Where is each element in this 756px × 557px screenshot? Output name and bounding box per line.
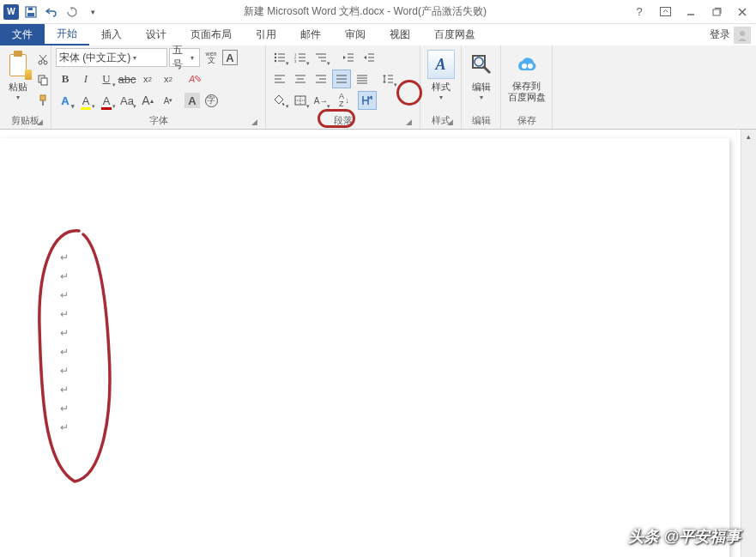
tab-design[interactable]: 设计 <box>134 24 178 45</box>
ribbon-tabs: 文件 开始 插入 设计 页面布局 引用 邮件 审阅 视图 百度网盘 登录 <box>0 24 756 45</box>
tab-insert[interactable]: 插入 <box>89 24 134 45</box>
tab-home[interactable]: 开始 <box>45 24 89 45</box>
svg-rect-3 <box>660 8 670 16</box>
sort-icon[interactable]: AZ↓ <box>332 91 351 110</box>
styles-dialog-launcher[interactable]: ◢ <box>445 117 455 127</box>
login-label: 登录 <box>710 27 730 42</box>
enclose-characters-icon[interactable]: 字 <box>202 91 221 110</box>
format-painter-icon[interactable] <box>33 91 52 110</box>
tab-references[interactable]: 引用 <box>244 24 288 45</box>
grow-font-icon[interactable]: A▴ <box>138 91 157 110</box>
font-color-icon[interactable]: A▾ <box>97 91 116 110</box>
shading-icon[interactable]: ▾ <box>270 91 289 110</box>
highlight-color-icon[interactable]: A▾ <box>76 91 95 110</box>
svg-text:A: A <box>189 74 195 84</box>
shrink-font-icon[interactable]: A▾ <box>159 91 178 110</box>
svg-rect-2 <box>28 8 33 10</box>
copy-icon[interactable] <box>33 70 52 89</box>
window-title: 新建 Microsoft Word 文档.docx - Word(产品激活失败) <box>101 4 629 19</box>
clear-formatting-icon[interactable]: A <box>186 70 205 88</box>
tab-view[interactable]: 视图 <box>378 24 422 45</box>
clipboard-dialog-launcher[interactable]: ◢ <box>34 117 45 127</box>
editing-button[interactable]: 编辑 ▾ <box>466 48 496 108</box>
qat-customize-icon[interactable]: ▾ <box>84 3 101 21</box>
document-area: ↵↵↵↵↵ ↵↵↵↵↵ ▴ <box>0 130 756 557</box>
tab-mailings[interactable]: 邮件 <box>288 24 333 45</box>
phonetic-guide-icon[interactable]: wén文 <box>202 48 221 67</box>
italic-button[interactable]: I <box>76 70 95 88</box>
ribbon-display-options-icon[interactable] <box>655 4 675 20</box>
multilevel-list-icon[interactable]: ▾ <box>311 48 330 67</box>
qat-redo-icon[interactable] <box>64 3 81 21</box>
qat-undo-icon[interactable] <box>43 3 60 21</box>
decrease-indent-icon[interactable] <box>339 48 358 67</box>
distributed-icon[interactable] <box>353 70 372 88</box>
svg-point-20 <box>275 53 276 55</box>
svg-point-11 <box>39 61 42 64</box>
text-effects-icon[interactable]: A▾ <box>56 91 75 110</box>
svg-point-67 <box>522 64 527 69</box>
document-scroll[interactable]: ↵↵↵↵↵ ↵↵↵↵↵ <box>0 130 741 557</box>
vertical-scrollbar[interactable]: ▴ <box>741 130 756 557</box>
group-label-paragraph: 段落 <box>334 114 353 127</box>
bold-button[interactable]: B <box>56 70 75 88</box>
account-login[interactable]: 登录 <box>710 24 756 45</box>
svg-rect-1 <box>27 13 34 16</box>
svg-line-65 <box>483 66 490 73</box>
font-size-select[interactable]: 五号▾ <box>169 48 200 67</box>
subscript-button[interactable]: x2 <box>138 70 157 88</box>
superscript-button[interactable]: x2 <box>159 70 178 88</box>
baidu-cloud-icon <box>514 53 540 76</box>
tab-layout[interactable]: 页面布局 <box>178 24 244 45</box>
paragraph-dialog-launcher[interactable]: ◢ <box>403 117 414 127</box>
strikethrough-button[interactable]: abc <box>118 70 136 88</box>
svg-point-22 <box>275 57 276 58</box>
group-clipboard: 粘贴 ▾ 剪贴板◢ <box>0 45 51 129</box>
cut-icon[interactable] <box>33 50 52 69</box>
increase-indent-icon[interactable] <box>360 48 378 67</box>
svg-point-24 <box>275 60 276 62</box>
bullets-icon[interactable]: ▾ <box>270 48 289 67</box>
font-name-select[interactable]: 宋体 (中文正文)▾ <box>56 48 167 67</box>
svg-rect-17 <box>40 95 45 100</box>
tab-review[interactable]: 审阅 <box>333 24 378 45</box>
svg-rect-18 <box>42 100 44 106</box>
group-paragraph: ▾ 123▾ ▾ ▾ ▾ ▾ A→▾ AZ↓ <box>266 45 420 129</box>
align-center-icon[interactable] <box>291 70 310 88</box>
align-right-icon[interactable] <box>311 70 330 88</box>
text-direction-icon[interactable]: A→▾ <box>311 91 330 110</box>
paste-icon <box>6 51 30 78</box>
minimize-button[interactable] <box>680 4 701 20</box>
group-font: 宋体 (中文正文)▾ 五号▾ wén文 A B I U▾ abc x2 x2 A… <box>51 45 266 129</box>
paragraph-marks: ↵↵↵↵↵ ↵↵↵↵↵ <box>60 251 69 433</box>
align-left-icon[interactable] <box>270 70 289 88</box>
paste-button[interactable]: 粘贴 ▾ <box>4 48 32 108</box>
save-to-baidu-button[interactable]: 保存到百度网盘 <box>505 48 547 108</box>
close-button[interactable] <box>732 4 753 20</box>
document-page[interactable]: ↵↵↵↵↵ ↵↵↵↵↵ <box>0 138 729 557</box>
ribbon: 粘贴 ▾ 剪贴板◢ 宋体 (中文正文)▾ 五号▾ wén文 A B I U▾ <box>0 45 756 130</box>
align-justify-icon[interactable] <box>332 70 351 88</box>
line-spacing-icon[interactable]: ▾ <box>378 70 397 88</box>
annotation-hand-drawn-circle <box>27 224 122 490</box>
restore-button[interactable] <box>706 4 727 20</box>
font-dialog-launcher[interactable]: ◢ <box>249 117 259 127</box>
find-icon <box>469 52 493 76</box>
show-hide-marks-icon[interactable] <box>358 91 377 110</box>
svg-point-68 <box>528 64 533 69</box>
character-border-icon[interactable]: A <box>222 50 238 65</box>
tab-file[interactable]: 文件 <box>0 24 45 45</box>
group-styles: A 样式 ▾ 样式◢ <box>420 45 462 129</box>
qat-save-icon[interactable] <box>22 3 39 21</box>
svg-point-66 <box>475 58 483 66</box>
borders-icon[interactable]: ▾ <box>291 91 310 110</box>
change-case-icon[interactable]: Aa▾ <box>118 91 136 110</box>
numbering-icon[interactable]: 123▾ <box>291 48 310 67</box>
underline-button[interactable]: U▾ <box>97 70 116 88</box>
character-shading-icon[interactable]: A <box>184 93 200 108</box>
group-baidu-save: 保存到百度网盘 保存 <box>501 45 553 129</box>
styles-button[interactable]: A 样式 ▾ <box>425 48 457 108</box>
tab-baidu[interactable]: 百度网盘 <box>422 24 487 45</box>
help-icon[interactable]: ? <box>629 4 650 20</box>
scroll-up-icon[interactable]: ▴ <box>741 130 756 143</box>
